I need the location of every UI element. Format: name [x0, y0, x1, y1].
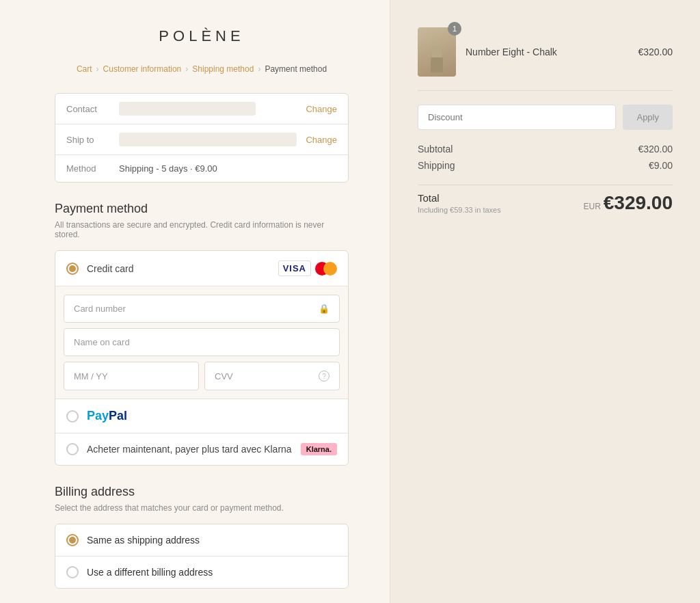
discount-row: Apply	[418, 105, 673, 130]
different-address-label: Use a different billing address	[87, 567, 213, 578]
same-address-radio[interactable]	[66, 534, 79, 546]
subtotal-label: Subtotal	[418, 144, 453, 155]
payment-title: Payment method	[55, 202, 349, 216]
logo: POLÈNE	[159, 27, 244, 45]
payment-desc: All transactions are secure and encrypte…	[55, 220, 349, 239]
card-fields: Card number 🔒 Name on card MM / YY CVV ?	[55, 286, 348, 399]
same-address-label: Same as shipping address	[87, 535, 200, 546]
item-image-wrapper: 1	[418, 27, 456, 77]
breadcrumb: Cart › Customer information › Shipping m…	[77, 64, 327, 74]
billing-desc: Select the address that matches your car…	[55, 503, 349, 513]
contact-change[interactable]: Change	[306, 104, 337, 114]
billing-options: Same as shipping address Use a different…	[55, 524, 349, 589]
mastercard-icon	[315, 262, 337, 276]
expiry-field[interactable]: MM / YY	[64, 362, 199, 390]
ship-to-row: Ship to Change	[55, 124, 348, 155]
paypal-logo: PayPal	[87, 409, 127, 423]
card-number-placeholder: Card number	[74, 304, 126, 314]
subtotal-row: Subtotal €320.00	[418, 144, 673, 155]
info-box: Contact Change Ship to Change Method Shi…	[55, 93, 349, 183]
credit-card-radio[interactable]	[66, 263, 79, 275]
discount-input[interactable]	[418, 105, 616, 130]
order-item: 1 Number Eight - Chalk €320.00	[418, 27, 673, 91]
svg-rect-1	[431, 57, 443, 72]
right-panel: 1 Number Eight - Chalk €320.00 Apply Sub…	[390, 0, 700, 603]
expiry-placeholder: MM / YY	[74, 371, 108, 381]
ship-to-label: Ship to	[66, 135, 111, 145]
left-panel: POLÈNE Cart › Customer information › Shi…	[0, 0, 390, 603]
paypal-icon: PayPal	[87, 409, 127, 423]
different-address-option[interactable]: Use a different billing address	[55, 557, 348, 588]
credit-card-label: Credit card	[87, 263, 270, 274]
contact-row: Contact Change	[55, 94, 348, 124]
subtotal-value: €320.00	[638, 144, 673, 155]
contact-value	[119, 102, 256, 116]
order-totals: Subtotal €320.00 Shipping €9.00	[418, 144, 673, 171]
shipping-row: Shipping €9.00	[418, 160, 673, 171]
visa-icon: VISA	[278, 260, 311, 276]
grand-total-row: Total Including €59.33 in taxes EUR €329…	[418, 192, 673, 214]
total-divider	[418, 185, 673, 185]
name-on-card-field[interactable]: Name on card	[64, 328, 340, 356]
cvv-placeholder: CVV	[215, 371, 233, 381]
svg-rect-0	[432, 46, 442, 59]
cvv-field[interactable]: CVV ?	[204, 362, 340, 390]
method-value: Shipping - 5 days · €9.00	[119, 163, 337, 174]
credit-card-option[interactable]: Credit card VISA	[55, 251, 348, 286]
breadcrumb-cart[interactable]: Cart	[77, 64, 92, 74]
klarna-badge: Klarna.	[301, 443, 337, 455]
card-icons: VISA	[278, 260, 337, 276]
same-address-option[interactable]: Same as shipping address	[55, 524, 348, 557]
ship-to-change[interactable]: Change	[306, 135, 337, 145]
apply-button[interactable]: Apply	[623, 105, 673, 130]
item-price: €320.00	[638, 46, 673, 57]
klarna-label: Acheter maintenant, payer plus tard avec…	[87, 444, 293, 455]
paypal-option[interactable]: PayPal	[55, 399, 348, 433]
cvv-help-icon[interactable]: ?	[319, 371, 329, 381]
grand-total-tax: Including €59.33 in taxes	[418, 206, 501, 214]
breadcrumb-shipping[interactable]: Shipping method	[192, 64, 254, 74]
breadcrumb-current: Payment method	[265, 64, 327, 74]
product-silhouette	[427, 45, 447, 74]
contact-label: Contact	[66, 104, 111, 114]
grand-total-amount: EUR €329.00	[584, 192, 673, 214]
grand-total-left: Total Including €59.33 in taxes	[418, 192, 501, 214]
card-bottom-row: MM / YY CVV ?	[64, 362, 340, 390]
shipping-label: Shipping	[418, 160, 455, 171]
item-badge: 1	[448, 22, 461, 36]
paypal-radio[interactable]	[66, 410, 79, 423]
breadcrumb-customer[interactable]: Customer information	[103, 64, 182, 74]
grand-total-currency: EUR	[584, 202, 601, 211]
card-number-field[interactable]: Card number 🔒	[64, 295, 340, 323]
separator-2: ›	[185, 64, 188, 74]
item-image	[418, 27, 456, 77]
name-placeholder: Name on card	[74, 337, 130, 347]
lock-icon: 🔒	[319, 304, 329, 314]
separator-1: ›	[96, 64, 99, 74]
payment-box: Credit card VISA Card number 🔒 Name on c…	[55, 250, 349, 466]
grand-total-label: Total	[418, 192, 501, 204]
klarna-option[interactable]: Acheter maintenant, payer plus tard avec…	[55, 433, 348, 465]
item-name: Number Eight - Chalk	[466, 46, 628, 57]
item-image-inner	[418, 27, 456, 77]
grand-total-price: €329.00	[604, 192, 673, 213]
billing-title: Billing address	[55, 485, 349, 499]
ship-to-value	[119, 133, 297, 146]
shipping-value: €9.00	[649, 160, 673, 171]
method-label: Method	[66, 163, 111, 174]
method-row: Method Shipping - 5 days · €9.00	[55, 155, 348, 182]
different-address-radio[interactable]	[66, 566, 79, 578]
klarna-radio[interactable]	[66, 443, 79, 455]
separator-3: ›	[258, 64, 260, 74]
